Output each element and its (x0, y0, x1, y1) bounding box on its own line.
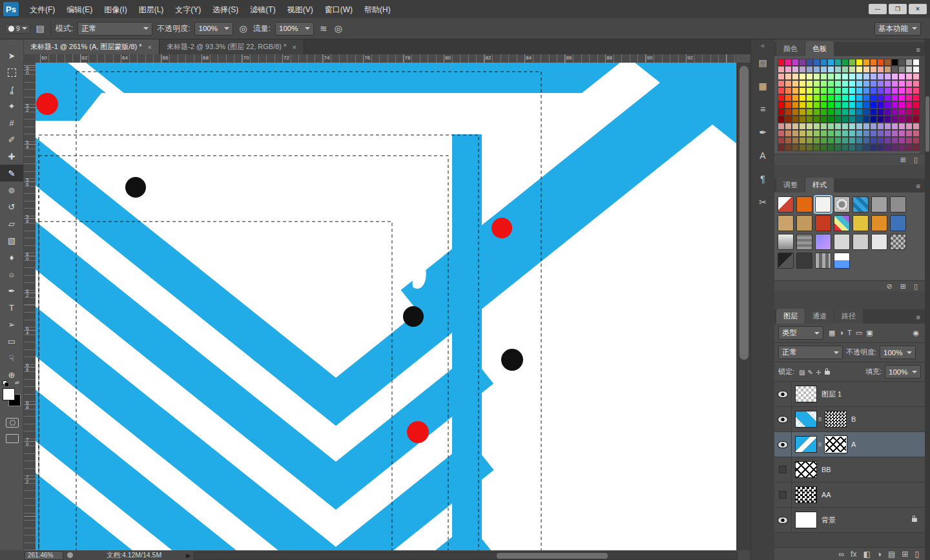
eraser-tool[interactable]: ▱ (0, 215, 23, 232)
new-layer-button[interactable]: ⊞ (898, 550, 911, 559)
history-brush-tool[interactable]: ↺ (0, 198, 23, 215)
color-swatch[interactable] (813, 101, 820, 109)
color-swatch[interactable] (806, 87, 813, 94)
tab-close-icon[interactable]: × (148, 43, 152, 51)
filter-pixel-layers-icon[interactable]: ▦ (827, 329, 837, 337)
tab-close-icon[interactable]: × (292, 43, 296, 51)
swatches-tab[interactable]: 色板 (805, 41, 834, 56)
color-swatch[interactable] (891, 80, 898, 87)
color-swatch[interactable] (813, 144, 820, 151)
color-swatch[interactable] (792, 59, 799, 66)
color-swatch[interactable] (870, 137, 877, 144)
color-swatch[interactable] (820, 144, 827, 151)
color-swatch[interactable] (813, 94, 820, 101)
new-group-button[interactable]: ▤ (885, 550, 898, 559)
color-swatch[interactable] (913, 144, 920, 151)
color-swatch[interactable] (842, 87, 849, 94)
color-swatch[interactable] (870, 130, 877, 137)
color-swatch[interactable] (820, 116, 827, 123)
color-swatch[interactable] (884, 109, 891, 116)
lasso-tool[interactable]: ʆ (0, 81, 23, 98)
delete-swatch-button[interactable]: ▯ (911, 156, 921, 164)
menu-item[interactable]: 窗口(W) (319, 0, 358, 18)
brush-preset-picker[interactable]: 9 (5, 24, 30, 34)
airbrush-icon[interactable]: ≋ (318, 23, 329, 34)
layer-thumbnail[interactable] (795, 461, 817, 478)
style-swatch[interactable] (890, 234, 906, 250)
color-swatch[interactable] (785, 66, 792, 73)
color-swatch[interactable] (891, 94, 898, 101)
workspace-switcher[interactable]: 基本功能 (874, 22, 921, 36)
color-swatch[interactable] (785, 109, 792, 116)
color-swatch[interactable] (884, 73, 891, 80)
color-swatch[interactable] (785, 123, 792, 130)
panel-menu-icon[interactable]: ≡ (912, 311, 925, 324)
color-swatch[interactable] (792, 87, 799, 94)
color-swatch[interactable] (806, 73, 813, 80)
panel-menu-icon[interactable]: ≡ (912, 43, 925, 56)
color-swatch[interactable] (849, 109, 856, 116)
color-swatch[interactable] (891, 101, 898, 109)
color-swatch[interactable] (849, 137, 856, 144)
color-swatch[interactable] (870, 87, 877, 94)
pen-tool[interactable]: ✒ (0, 282, 23, 299)
color-swatch[interactable] (870, 80, 877, 87)
move-tool[interactable]: ➤ (0, 47, 23, 64)
color-swatch[interactable] (898, 59, 905, 66)
color-swatch[interactable] (849, 87, 856, 94)
brush-presets-panel-icon[interactable]: ✒ (751, 121, 774, 144)
color-swatch[interactable] (834, 59, 842, 66)
color-swatch[interactable] (863, 80, 870, 87)
color-swatch[interactable] (842, 59, 849, 66)
clone-source-panel-icon[interactable]: ✂ (751, 191, 774, 214)
style-swatch[interactable] (778, 196, 794, 213)
color-swatch[interactable] (806, 137, 813, 144)
color-swatch[interactable] (913, 101, 920, 109)
color-swatch[interactable] (813, 87, 820, 94)
delete-layer-button[interactable]: ▯ (911, 550, 922, 559)
color-swatch[interactable] (778, 101, 785, 109)
style-swatch[interactable] (871, 215, 887, 231)
tablet-pressure-size-icon[interactable]: ◎ (333, 23, 344, 34)
layers-tab[interactable]: 路径 (834, 309, 863, 324)
menu-item[interactable]: 图像(I) (98, 0, 132, 18)
color-swatch[interactable] (778, 109, 785, 116)
color-swatch[interactable] (813, 130, 820, 137)
eyedropper-tool[interactable]: ✐ (0, 131, 23, 148)
color-swatch[interactable] (785, 116, 792, 123)
color-swatch[interactable] (891, 123, 898, 130)
foreground-color-swatch[interactable] (3, 388, 15, 400)
flow-select[interactable]: 100% (275, 22, 314, 36)
color-swatch[interactable] (898, 73, 905, 80)
new-swatch-button[interactable]: ⊞ (897, 156, 909, 164)
color-swatch[interactable] (799, 130, 806, 137)
color-swatch[interactable] (778, 144, 785, 151)
color-swatch[interactable] (849, 144, 856, 151)
color-swatch[interactable] (891, 109, 898, 116)
quick-mask-button[interactable] (6, 418, 19, 428)
color-swatch[interactable] (905, 130, 913, 137)
document-tab[interactable]: 未标题-1 @ 261% (A, 图层蒙版/8) *× (23, 39, 160, 54)
color-swatch[interactable] (856, 59, 863, 66)
color-swatch[interactable] (792, 94, 799, 101)
vertical-scrollbar[interactable] (737, 63, 751, 550)
color-swatch[interactable] (905, 109, 913, 116)
opacity-select[interactable]: 100% (194, 22, 233, 36)
color-swatch[interactable] (785, 130, 792, 137)
style-swatch[interactable] (852, 234, 869, 250)
color-swatch[interactable] (913, 80, 920, 87)
color-swatch[interactable] (842, 94, 849, 101)
color-swatch[interactable] (891, 137, 898, 144)
color-swatch[interactable] (778, 80, 785, 87)
color-swatch[interactable] (792, 123, 799, 130)
color-swatch[interactable] (792, 101, 799, 109)
color-swatch[interactable] (898, 94, 905, 101)
color-swatch[interactable] (806, 80, 813, 87)
color-swatch[interactable] (856, 137, 863, 144)
color-swatch[interactable] (877, 101, 884, 109)
layer-mask-thumbnail[interactable] (825, 436, 847, 453)
color-swatch[interactable] (785, 137, 792, 144)
color-swatch[interactable] (834, 101, 842, 109)
color-swatch[interactable] (870, 59, 877, 66)
color-swatch[interactable] (834, 80, 842, 87)
